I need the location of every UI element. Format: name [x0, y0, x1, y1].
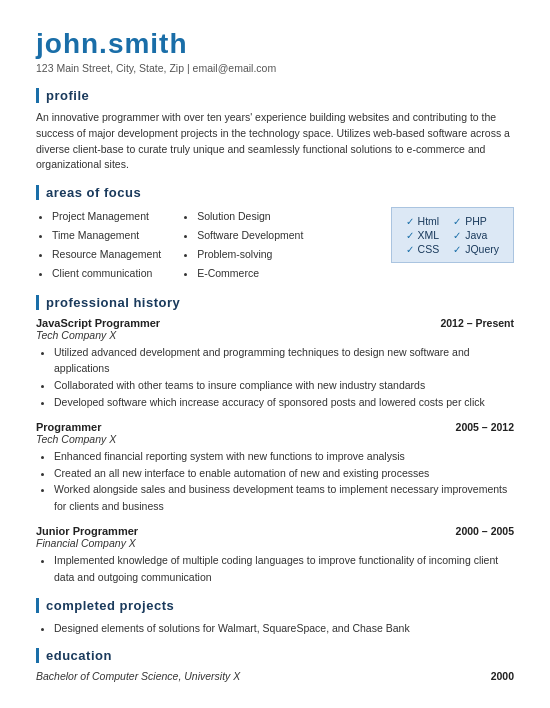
completed-projects-title: completed projects [36, 598, 514, 613]
job-2-dates: 2005 – 2012 [456, 421, 514, 433]
professional-history-title: professional history [36, 295, 514, 310]
job-2-header: Programmer 2005 – 2012 [36, 421, 514, 433]
list-item: Collaborated with other teams to insure … [54, 377, 514, 394]
list-item: Resource Management [52, 245, 161, 264]
job-3-bullets: Implemented knowledge of multiple coding… [36, 552, 514, 586]
list-item: Designed elements of solutions for Walma… [54, 620, 514, 637]
profile-section: profile An innovative programmer with ov… [36, 88, 514, 173]
check-icon: ✓ [406, 230, 414, 241]
degree-text: Bachelor of Computer Science [36, 670, 178, 682]
check-icon: ✓ [453, 244, 461, 255]
job-1-company: Tech Company X [36, 329, 514, 341]
resume-header: john.smith 123 Main Street, City, State,… [36, 28, 514, 74]
list-item: Solution Design [197, 207, 303, 226]
focus-list-2: Solution Design Software Development Pro… [181, 207, 303, 283]
skills-box: ✓Html ✓PHP ✓XML ✓Java ✓CSS ✓JQuery [391, 207, 514, 263]
education-degree: Bachelor of Computer Science, University… [36, 670, 240, 682]
skills-grid: ✓Html ✓PHP ✓XML ✓Java ✓CSS ✓JQuery [406, 215, 499, 255]
skill-item: ✓Java [453, 229, 499, 241]
list-item: Time Management [52, 226, 161, 245]
education-year: 2000 [491, 670, 514, 682]
list-item: Software Development [197, 226, 303, 245]
check-icon: ✓ [453, 230, 461, 241]
job-1-title: JavaScript Programmer [36, 317, 160, 329]
job-1-header: JavaScript Programmer 2012 – Present [36, 317, 514, 329]
skill-item: ✓Html [406, 215, 440, 227]
focus-lists: Project Management Time Management Resou… [36, 207, 381, 283]
skill-item: ✓CSS [406, 243, 440, 255]
check-icon: ✓ [406, 216, 414, 227]
job-1-dates: 2012 – Present [440, 317, 514, 329]
check-icon: ✓ [406, 244, 414, 255]
profile-title: profile [36, 88, 514, 103]
job-2-title: Programmer [36, 421, 101, 433]
skill-item: ✓XML [406, 229, 440, 241]
university-text: , University X [178, 670, 240, 682]
job-1: JavaScript Programmer 2012 – Present Tec… [36, 317, 514, 411]
professional-history-section: professional history JavaScript Programm… [36, 295, 514, 586]
check-icon: ✓ [453, 216, 461, 227]
contact-info: 123 Main Street, City, State, Zip | emai… [36, 62, 514, 74]
job-2-company: Tech Company X [36, 433, 514, 445]
list-item: Implemented knowledge of multiple coding… [54, 552, 514, 586]
job-2-bullets: Enhanced financial reporting system with… [36, 448, 514, 515]
job-1-bullets: Utilized advanced development and progra… [36, 344, 514, 411]
job-2: Programmer 2005 – 2012 Tech Company X En… [36, 421, 514, 515]
list-item: Worked alongside sales and business deve… [54, 481, 514, 515]
job-3-title: Junior Programmer [36, 525, 138, 537]
focus-list-1: Project Management Time Management Resou… [36, 207, 161, 283]
list-item: Project Management [52, 207, 161, 226]
list-item: E-Commerce [197, 264, 303, 283]
job-3-dates: 2000 – 2005 [456, 525, 514, 537]
list-item: Utilized advanced development and progra… [54, 344, 514, 378]
list-item: Developed software which increase accura… [54, 394, 514, 411]
education-row: Bachelor of Computer Science, University… [36, 670, 514, 682]
job-3-company: Financial Company X [36, 537, 514, 549]
list-item: Created an all new interface to enable a… [54, 465, 514, 482]
job-3: Junior Programmer 2000 – 2005 Financial … [36, 525, 514, 586]
areas-of-focus-section: areas of focus Project Management Time M… [36, 185, 514, 283]
areas-of-focus-title: areas of focus [36, 185, 514, 200]
projects-list: Designed elements of solutions for Walma… [36, 620, 514, 637]
education-section: education Bachelor of Computer Science, … [36, 648, 514, 682]
job-3-header: Junior Programmer 2000 – 2005 [36, 525, 514, 537]
list-item: Problem-solving [197, 245, 303, 264]
education-title: education [36, 648, 514, 663]
list-item: Client communication [52, 264, 161, 283]
skill-item: ✓JQuery [453, 243, 499, 255]
name: john.smith [36, 28, 514, 60]
focus-container: Project Management Time Management Resou… [36, 207, 514, 283]
name-text: john.smith [36, 28, 188, 59]
skill-item: ✓PHP [453, 215, 499, 227]
list-item: Enhanced financial reporting system with… [54, 448, 514, 465]
profile-text: An innovative programmer with over ten y… [36, 110, 514, 173]
completed-projects-section: completed projects Designed elements of … [36, 598, 514, 637]
